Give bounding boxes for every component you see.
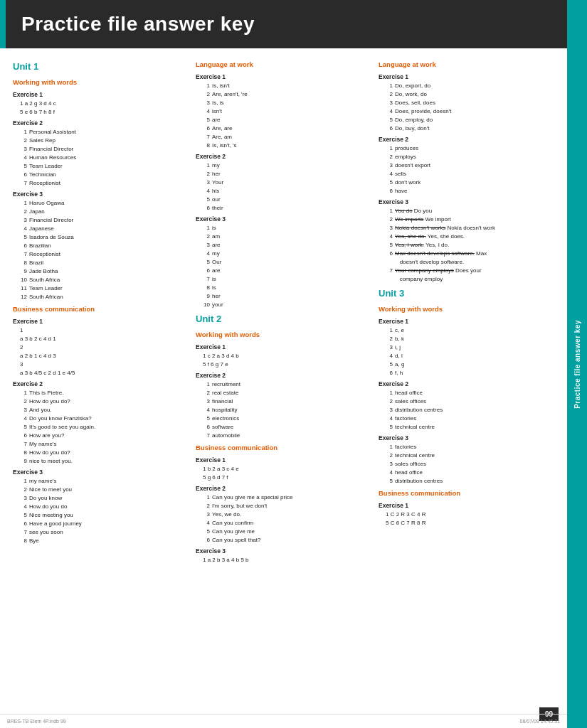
col3-lang-ex3-list: 1You do Do you 2We imports We import 3No… bbox=[379, 207, 554, 284]
list-item: 9her bbox=[203, 292, 371, 301]
list-item: 3financial bbox=[203, 397, 371, 406]
list-item: 2How do you do? bbox=[20, 397, 189, 406]
list-item: 2employs bbox=[386, 153, 554, 161]
list-item: 12South African bbox=[20, 293, 189, 301]
list-item: 7Are, am bbox=[203, 133, 371, 141]
list-item: 9nice to meet you. bbox=[20, 457, 189, 466]
list-item: 2Sales Rep bbox=[20, 136, 189, 145]
page-header: Practice file answer key bbox=[0, 0, 587, 48]
list-item: 7Receptionist bbox=[20, 250, 189, 259]
col2-lang-ex1-label: Exercise 1 bbox=[196, 73, 371, 80]
list-item: 2b, k bbox=[386, 335, 554, 343]
list-item: 3doesn't export bbox=[386, 161, 554, 170]
biz-ex1-row3: a 2 b 1 c 4 d 3 bbox=[13, 352, 189, 360]
unit1-biz-ex3-label: Exercise 3 bbox=[13, 469, 189, 476]
list-item: 6their bbox=[203, 204, 371, 213]
list-item: 2We imports We import bbox=[386, 215, 554, 224]
list-item: 4hospitality bbox=[203, 406, 371, 414]
biz-ex1-row2: 2 bbox=[13, 343, 189, 352]
biz-ex1-row0: 1 bbox=[13, 326, 189, 335]
list-item: 6are bbox=[203, 267, 371, 275]
list-item: 8Bye bbox=[20, 537, 189, 545]
col2-lang-ex3-label: Exercise 3 bbox=[196, 215, 371, 223]
list-item: 1my bbox=[203, 161, 371, 170]
unit3-ex3-list: 1factories 2technical centre 3sales offi… bbox=[379, 443, 554, 486]
list-item: 3Nokia doesn't works Nokia doesn't work bbox=[386, 224, 554, 232]
list-item: 3Financial Director bbox=[20, 145, 189, 154]
list-item: 9Jade Botha bbox=[20, 267, 189, 276]
unit1-biz-ex3-list: 1my name's 2Nice to meet you 3Do you kno… bbox=[13, 477, 189, 545]
list-item: 3And you. bbox=[20, 406, 189, 414]
list-item: 5our bbox=[203, 196, 371, 204]
unit2-biz-ex1-line2: 5 g 6 d 7 f bbox=[196, 473, 371, 482]
list-item: 6Technician bbox=[20, 171, 189, 179]
list-item: 5Yes, I work. Yes, I do. bbox=[386, 241, 554, 250]
list-item: 2real estate bbox=[203, 389, 371, 397]
list-item: 8is bbox=[203, 284, 371, 292]
list-item: 2technical centre bbox=[386, 451, 554, 460]
unit1-ex2-label: Exercise 2 bbox=[13, 119, 189, 127]
list-item: 2her bbox=[203, 170, 371, 178]
list-item: 4his bbox=[203, 187, 371, 196]
unit3-title: Unit 3 bbox=[379, 288, 554, 299]
list-item: 3sales offices bbox=[386, 460, 554, 469]
unit1-ex3-label: Exercise 3 bbox=[13, 191, 189, 198]
list-item: 1factories bbox=[386, 443, 554, 451]
col3-lang-title: Language at work bbox=[379, 60, 554, 68]
list-item: 1head office bbox=[386, 389, 554, 397]
unit3-biz-title: Business communication bbox=[379, 489, 554, 497]
col3-lang-ex1-list: 1Do, export, do 2Do, work, do 3Does, sel… bbox=[379, 82, 554, 133]
col3-lang-ex3-label: Exercise 3 bbox=[379, 198, 554, 205]
unit2-ex2-label: Exercise 2 bbox=[196, 372, 371, 379]
list-item: 2I'm sorry, but we don't bbox=[203, 502, 371, 510]
list-item: 5Isadora de Souza bbox=[20, 233, 189, 242]
unit3-biz-ex1-line2: 5 C 6 C 7 R 8 R bbox=[379, 519, 554, 528]
col3-lang-ex1-label: Exercise 1 bbox=[379, 73, 554, 80]
unit1-title: Unit 1 bbox=[13, 61, 189, 72]
list-item: 7Receptionist bbox=[20, 179, 189, 188]
list-item: 8Brazil bbox=[20, 259, 189, 267]
col2-lang-ex2-label: Exercise 2 bbox=[196, 153, 371, 160]
list-item: 3Do you know bbox=[20, 494, 189, 503]
unit1-ex1-line1: 1 a 2 g 3 d 4 c bbox=[13, 100, 189, 108]
column-2: Language at work Exercise 1 1Is, isn't 2… bbox=[196, 57, 371, 564]
list-item: 1This is Pietre. bbox=[20, 389, 189, 397]
list-item: 1Do, export, do bbox=[386, 82, 554, 90]
column-1: Unit 1 Working with words Exercise 1 1 a… bbox=[13, 57, 189, 564]
list-item: 10your bbox=[203, 301, 371, 309]
list-item: 4my bbox=[203, 250, 371, 258]
list-item: 5don't work bbox=[386, 178, 554, 187]
unit1-working-title: Working with words bbox=[13, 78, 189, 86]
unit2-ex1-line2: 5 f 6 g 7 e bbox=[196, 360, 371, 369]
list-item: 5technical centre bbox=[386, 423, 554, 432]
list-item: 6Have a good journey bbox=[20, 520, 189, 528]
list-item: 1You do Do you bbox=[386, 207, 554, 215]
list-item: 3Your bbox=[203, 178, 371, 187]
list-item: 5Our bbox=[203, 258, 371, 267]
list-item: 6f, h bbox=[386, 369, 554, 378]
list-item: 5Nice meeting you bbox=[20, 511, 189, 520]
unit1-biz-ex2-label: Exercise 2 bbox=[13, 380, 189, 387]
list-item: 3distribution centres bbox=[386, 406, 554, 414]
biz-ex1-row1: a 3 b 2 c 4 d 1 bbox=[13, 335, 189, 343]
list-item: 5Can you give me bbox=[203, 528, 371, 536]
unit2-ex1-label: Exercise 1 bbox=[196, 343, 371, 350]
list-item: 4Yes, she do. Yes, she does. bbox=[386, 232, 554, 241]
list-item: 10South Africa bbox=[20, 276, 189, 284]
list-item: 1my name's bbox=[20, 477, 189, 486]
unit3-biz-ex1-label: Exercise 1 bbox=[379, 502, 554, 509]
col3-lang-ex2-label: Exercise 2 bbox=[379, 136, 554, 143]
list-item: 11Team Leader bbox=[20, 284, 189, 293]
list-item: 6Can you spell that? bbox=[203, 536, 371, 545]
list-item: 3i, j bbox=[386, 343, 554, 352]
list-item: 8Is, isn't, 's bbox=[203, 141, 371, 150]
list-item: 4head office bbox=[386, 469, 554, 477]
col3-lang-ex2-list: 1produces 2employs 3doesn't export 4sell… bbox=[379, 144, 554, 196]
list-item: 3Does, sell, does bbox=[386, 99, 554, 107]
unit3-ex1-list: 1c, e 2b, k 3i, j 4d, l 5a, g 6f, h bbox=[379, 326, 554, 378]
unit2-ex1-line1: 1 c 2 a 3 d 4 b bbox=[196, 352, 371, 360]
list-item: 3are bbox=[203, 241, 371, 250]
footer-left: BRES-TB Elem 4P.indb 99 bbox=[7, 719, 66, 724]
list-item: 8How do you do? bbox=[20, 449, 189, 457]
list-item: 1recruitment bbox=[203, 380, 371, 389]
